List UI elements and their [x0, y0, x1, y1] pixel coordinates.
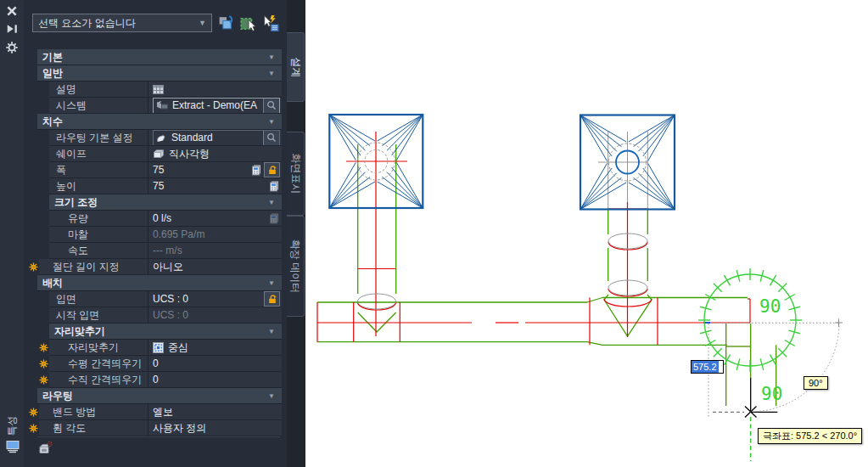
- value-text: 75: [153, 164, 164, 176]
- property-value[interactable]: UCS : 0: [148, 291, 282, 307]
- value-text: 0 l/s: [153, 212, 171, 224]
- selection-dropdown[interactable]: 선택 요소가 없습니다 ▼: [32, 14, 212, 32]
- gear-icon[interactable]: [6, 42, 18, 53]
- routing-icon: [156, 132, 167, 143]
- polar-coordinate-tooltip: 극좌표: 575.2 < 270.0°: [758, 428, 862, 444]
- value-text: Extract - Demo(EA: [172, 99, 263, 111]
- property-value[interactable]: Standard: [148, 130, 282, 145]
- property-value[interactable]: Extract - Demo(EA: [148, 98, 282, 113]
- property-row: 유량0 l/s: [49, 211, 282, 227]
- property-value[interactable]: [148, 82, 282, 97]
- property-row: 시스템Extract - Demo(EA: [49, 98, 282, 114]
- property-label: 마찰: [49, 227, 148, 242]
- section-header-0[interactable]: 기본▼: [37, 49, 282, 65]
- value-text: 0.695 Pa/m: [153, 228, 204, 240]
- property-value[interactable]: 0: [148, 372, 282, 387]
- duct-centerlines: [317, 132, 750, 345]
- property-value[interactable]: 0 l/s: [148, 211, 282, 226]
- property-value[interactable]: 0: [148, 356, 282, 371]
- system-icon: [156, 100, 168, 110]
- drawing-area[interactable]: 90 90 575.2 90° 극좌표: 575.2 < 270.0°: [305, 0, 868, 467]
- dimension-text-top: 90: [759, 296, 781, 317]
- section-header-21[interactable]: 라우팅▼: [37, 388, 282, 404]
- property-row: 시작 입면UCS : 0: [49, 307, 282, 324]
- property-label: 시작 입면: [49, 307, 148, 323]
- section-label: 배치: [42, 276, 63, 290]
- palette-titlebar: 특성: [0, 0, 25, 467]
- value-text: 75: [153, 180, 164, 192]
- tab-design[interactable]: 설계: [287, 32, 305, 102]
- property-value[interactable]: 75: [148, 162, 282, 177]
- property-label: 쉐이프: [49, 146, 148, 161]
- property-value[interactable]: 75: [148, 178, 282, 194]
- chevron-down-icon: ▼: [268, 53, 275, 61]
- chevron-down-icon: ▼: [268, 199, 275, 206]
- property-label: 폭: [49, 162, 148, 177]
- section-header-9[interactable]: 크기 조정▼: [49, 194, 282, 211]
- property-row: 마찰0.695 Pa/m: [49, 227, 282, 243]
- pickadd-toggle-icon[interactable]: [216, 14, 237, 33]
- property-value[interactable]: 직사각형: [148, 146, 282, 161]
- palette-title: 특성: [0, 419, 24, 433]
- property-label: 입면: [49, 291, 148, 307]
- main-duct: [317, 144, 748, 345]
- value-box[interactable]: Standard: [153, 130, 280, 145]
- property-label: 밴드 방법: [39, 404, 148, 419]
- cad-canvas[interactable]: 90 90: [305, 0, 868, 467]
- property-label: 수직 간격띄우기: [49, 372, 148, 387]
- style-override-icon: [29, 262, 38, 272]
- property-value[interactable]: 0.695 Pa/m: [148, 227, 282, 242]
- section-header-17[interactable]: 자리맞추기▼: [49, 324, 282, 340]
- dynamic-input-value: 575.2: [692, 361, 719, 373]
- properties-palette: 선택 요소가 없습니다 ▼ 기본▼일반▼설명시스템Extract - Demo(…: [24, 0, 288, 467]
- value-box[interactable]: Extract - Demo(EA: [153, 98, 280, 113]
- calculator-icon[interactable]: [269, 181, 280, 192]
- value-text: Standard: [171, 132, 263, 143]
- unlock-icon[interactable]: [264, 162, 280, 177]
- chevron-down-icon: ▼: [268, 70, 275, 77]
- section-label: 일반: [42, 66, 63, 81]
- quick-select-icon[interactable]: [260, 14, 280, 33]
- preview-toggle-icon[interactable]: [38, 441, 53, 455]
- dynamic-input-field[interactable]: 575.2: [691, 360, 724, 374]
- chevron-down-icon: ▼: [268, 392, 275, 400]
- autohide-pin-icon[interactable]: [6, 23, 18, 35]
- property-value[interactable]: 중심: [148, 340, 282, 355]
- palette-display-icon[interactable]: [6, 440, 20, 453]
- search-icon[interactable]: [263, 98, 279, 113]
- fitting-ellipses: [358, 132, 648, 309]
- property-row: 휨 각도사용자 정의: [39, 420, 282, 436]
- section-label: 자리맞추기: [54, 324, 105, 339]
- property-label: 높이: [49, 178, 148, 194]
- tab-extended-data[interactable]: 확장 데이터: [287, 216, 305, 317]
- section-header-14[interactable]: 배치▼: [37, 275, 282, 291]
- property-label: 자리맞추기: [49, 340, 148, 355]
- shape-icon: [153, 149, 165, 159]
- value-text: 0: [153, 374, 159, 385]
- property-value[interactable]: 사용자 정의: [148, 420, 282, 436]
- property-label: 수평 간격띄우기: [49, 356, 148, 371]
- tab-display[interactable]: 화면표시: [287, 132, 305, 216]
- value-text: 중심: [168, 340, 188, 355]
- search-icon[interactable]: [263, 131, 279, 145]
- property-label: 라우팅 기본 설정: [49, 130, 148, 145]
- section-label: 크기 조정: [54, 195, 98, 210]
- section-label: 라우팅: [42, 389, 73, 403]
- property-value[interactable]: UCS : 0: [148, 307, 282, 323]
- section-header-4[interactable]: 치수▼: [37, 114, 282, 130]
- close-icon[interactable]: [6, 5, 18, 17]
- property-value[interactable]: --- m/s: [148, 243, 282, 258]
- property-row: 입면UCS : 0: [49, 291, 282, 307]
- property-value[interactable]: 엘보: [148, 404, 282, 419]
- chevron-down-icon: ▼: [268, 328, 275, 335]
- calculator-icon[interactable]: [269, 213, 280, 224]
- property-value[interactable]: 아니오: [148, 259, 282, 274]
- section-header-1[interactable]: 일반▼: [37, 65, 282, 82]
- calculator-icon[interactable]: [251, 165, 262, 176]
- select-objects-icon[interactable]: [238, 14, 258, 33]
- chevron-down-icon: ▼: [199, 19, 206, 27]
- property-grid: 기본▼일반▼설명시스템Extract - Demo(EA치수▼라우팅 기본 설정…: [24, 49, 287, 436]
- property-row: 쉐이프직사각형: [49, 146, 282, 162]
- dimension-text-bottom: 90: [761, 384, 782, 404]
- unlock-icon[interactable]: [264, 291, 280, 307]
